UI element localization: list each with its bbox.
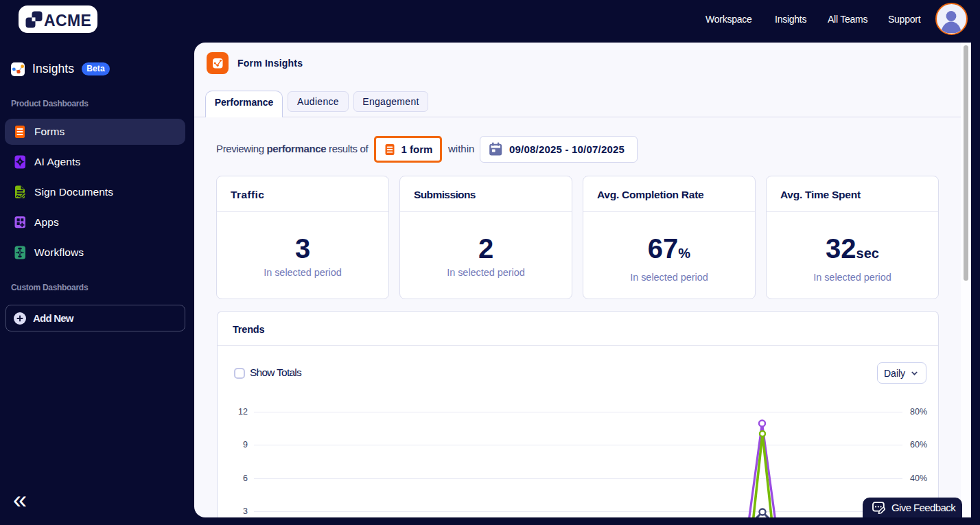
svg-text:ACME: ACME <box>44 12 91 30</box>
